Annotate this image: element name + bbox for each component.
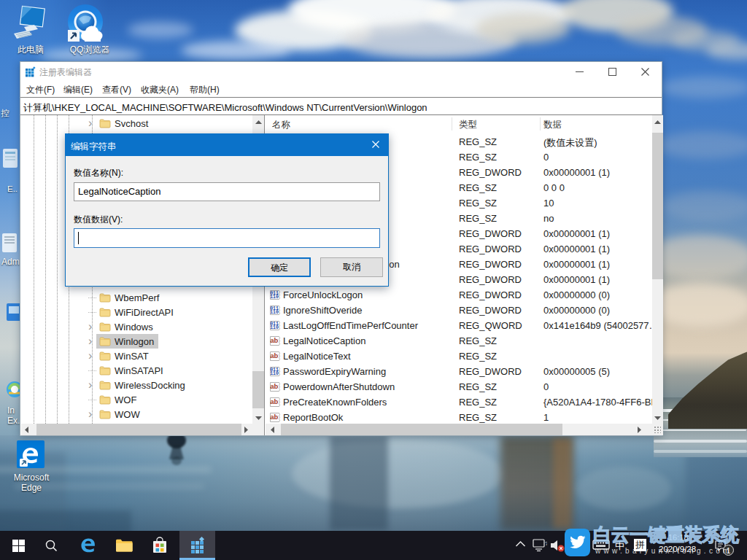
svg-text:?: ?: [545, 540, 547, 547]
svg-text:110: 110: [270, 310, 279, 315]
svg-text:ab: ab: [270, 351, 278, 359]
svg-text:ab: ab: [270, 397, 278, 405]
svg-text:ab: ab: [270, 382, 278, 390]
svg-text:ab: ab: [270, 413, 278, 421]
svg-text:110: 110: [270, 371, 279, 376]
svg-text:ab: ab: [270, 336, 278, 344]
svg-text:110: 110: [270, 325, 279, 330]
svg-text:110: 110: [270, 295, 279, 300]
